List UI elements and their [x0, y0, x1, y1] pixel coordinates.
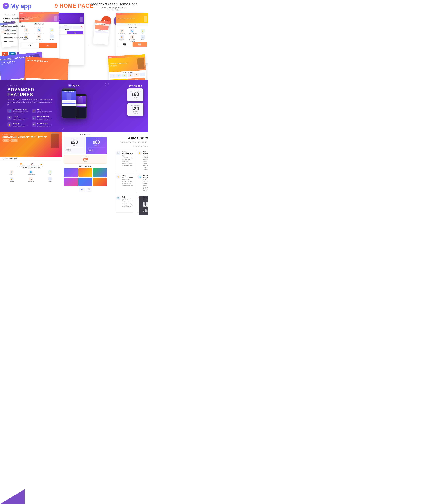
playstore-btn[interactable]: Google Play [10, 140, 18, 142]
unlimited-plan-period: /MONTH [130, 111, 141, 112]
security-desc: Aenean sollicitudin, lorem quis bibendum… [13, 124, 30, 127]
screenshot-1 [64, 168, 78, 177]
docs-title: Extensive documentation [122, 151, 133, 155]
feature-easy-customization: ✏️ Easy customization Without any coding… [115, 173, 134, 193]
support-icon: ⭐ [137, 151, 142, 155]
typography-desc: Google fonts make it easy to bring quali… [122, 200, 133, 208]
customization-desc: Without any coding Knowledge you can cre… [122, 179, 133, 186]
integration-icon: 🔗 [32, 116, 36, 120]
appstore-btn[interactable]: App Store [2, 140, 10, 142]
features-list: 9 Home pages Mobile app Landing page Boo… [3, 12, 28, 43]
price-card-annual: UNLIMITED PLAN $60 /MONTH Almost Free [127, 89, 143, 101]
feat-security: 🔒 SECURITY [2, 176, 21, 182]
deco-circle-1 [82, 6, 84, 9]
feat-fast: ⚡ FAST [41, 170, 59, 176]
amazing-features-subtitle: The powerful customization options & fea… [115, 141, 148, 143]
cloud-icon: ☁️ [7, 116, 12, 120]
preview-page-landscape-right: SHOWCASE YOUR APP WITH APP 1,226DLs 4,70… [108, 54, 147, 80]
feature-item-7: Free textures used (Included) [3, 36, 28, 40]
adv-features-grid: 🔗 INTEGRATION 🌐 COMMUNICATIONS ⚡ FAST 🔒 … [2, 170, 59, 182]
communications-icon: 🌐 [7, 109, 12, 113]
typography-title: Rich typography [122, 196, 133, 200]
landing-hero: WELCOME TO THE MYAPP SHOWCASE YOUR APP W… [0, 132, 62, 157]
phone-mockup-main: SHOWCASE YOUR APP [62, 89, 76, 118]
purple-features-grid: 🌐 COMMUNICATIONS Aenean sollicitudin, lo… [7, 109, 54, 127]
docs-icon: 📄 [116, 151, 121, 155]
screenshot-2 [78, 168, 92, 177]
feature-security: 🔒 SECURITY Aenean sollicitudin, lorem qu… [7, 122, 30, 127]
feature-communications: 🌐 COMMUNICATIONS Aenean sollicitudin, lo… [7, 109, 30, 113]
exchange-plan: EXCCHANGE PLAN $20 /MONTH [64, 155, 107, 163]
browser-desc: LeadEngine will be have identically on g… [143, 179, 148, 192]
typography-icon: 🔤 [116, 196, 121, 200]
purple-section-desc: Lorem dolor sit amet, conse ctetut dipis… [7, 98, 54, 106]
feature-5star-support: ⭐ 5 star support Your support staff will… [136, 150, 148, 171]
customization-title: Easy customization [122, 174, 133, 178]
integration-title: INTERGRATION [37, 116, 54, 117]
docs-desc: The documentation file covers all the in… [122, 155, 133, 166]
landing-phone-mockup [51, 133, 59, 148]
fast-icon: ⚡ [32, 109, 36, 113]
preview-page-tilted-2: SHOWCASE YOUR APP ADVANCED FEATURES [93, 20, 110, 45]
feature-item-8: Pixel Perfect [3, 40, 28, 44]
feature-connection: 🔌 CONNECTION Aenean sollicitudin, lorem … [32, 122, 54, 127]
bottom-section: WELCOME TO THE MYAPP SHOWCASE YOUR APP W… [0, 132, 148, 215]
security-title: SECURITY [13, 122, 30, 124]
screenshots-prices-section: OUR PRICES ANNUAL PLAN $20 /MONTH Almost… [62, 132, 109, 215]
feature-item-2: Mobile app Landing page [3, 16, 28, 20]
landing-features: 🎨 CREATIVE DESIGN 🚀 FASTER PERFORMANCE 🔒… [0, 161, 62, 184]
center-phone-area: m My app SHOWCASE YOUR APP [62, 84, 87, 119]
bottom-preview-section: WELCOME TO THE MYAPP SHOWCASE YOUR APP W… [0, 132, 62, 197]
cross-icon: × [81, 25, 83, 29]
screenshots-section: SCREENSHOTS 900 Something 05 Another [62, 165, 109, 194]
feature-item-3: Bootstrap layout ready [3, 20, 28, 24]
screenshot-6 [93, 178, 107, 186]
app-title: My app [10, 2, 32, 10]
watermark: ui 老爸 uil8.com [139, 196, 148, 215]
support-title: 5 star support [143, 151, 148, 155]
annual-plan-price: $60 [130, 92, 141, 97]
feat-integration: 🔗 INTEGRATION [2, 170, 21, 176]
watermark-url: uil8.com [143, 209, 148, 213]
screenshot-4 [64, 178, 78, 186]
purple-section-label: features [7, 85, 54, 87]
phone-area-title: My app [73, 84, 80, 87]
fast-title: FAST [37, 109, 54, 110]
feature-browser-compat: 🌐 Browser compatibility LeadEngine will … [136, 173, 148, 193]
our-prices-title: OUR PRICES [127, 85, 143, 87]
feature-integration: 🔗 INTERGRATION Aenean sollicitudin, lore… [32, 116, 54, 120]
price-card-unlimited: ANNUAL PLAN $20 /MONTH Almost Free [127, 103, 143, 116]
prices-section: OUR PRICES ANNUAL PLAN $20 /MONTH Almost… [62, 132, 109, 165]
amazing-features-title: Amazing features [115, 136, 148, 141]
feature-cloud: ☁️ CLOUD Aenean sollicitudin, lorem quis… [7, 116, 30, 120]
screenshot-3 [93, 168, 107, 177]
purple-left-content: features ADVANCED FEATURES Lorem dolor s… [7, 85, 54, 127]
header: m My app 9 HOME PAGE 9 Modern & Clean Ho… [0, 0, 148, 10]
connection-icon: 🔌 [32, 122, 36, 127]
feat-connection: 🔌 CONNECTION [22, 176, 40, 182]
browser-title: Browser compatibility [143, 174, 148, 178]
price-card-2: UNLIMITED PLAN $60 /MONTH Almost Free ✓ … [86, 137, 107, 154]
annual-plan-period: /MONTH [130, 97, 141, 98]
screenshots-label: SCREENSHOTS [64, 165, 107, 167]
screenshots-grid [64, 168, 107, 186]
preview-page-landscape-center: MYAPP SHOWCASE YOUR APP ADVANCED FEATURE… [24, 57, 69, 80]
price-cards-area: OUR PRICES UNLIMITED PLAN $60 /MONTH Alm… [127, 85, 143, 116]
right-heading: 9 Modern & Clean Home Page. 9 Hand craft… [88, 2, 138, 11]
annual-plan-sublabel: Almost Free [130, 98, 141, 99]
integration-desc: Aenean sollicitudin, lorem quis bibendum… [37, 117, 54, 120]
feature-item-5: Free fonts used [3, 28, 28, 32]
feat-communications: 🌐 COMMUNICATIONS [22, 170, 40, 176]
price-card-1: ANNUAL PLAN $20 /MONTH Almost Free ✓ Fea… [64, 137, 85, 154]
center-heading: 9 HOME PAGE [55, 3, 93, 9]
purple-advanced-section: features ADVANCED FEATURES Lorem dolor s… [0, 80, 148, 132]
amazing-features-section: Amazing features The powerful customizat… [109, 132, 148, 215]
unlimited-plan-sublabel: Almost Free [130, 113, 141, 114]
purple-section-title: ADVANCED FEATURES [7, 87, 54, 97]
communications-desc: Aenean sollicitudin, lorem quis bibendum… [13, 110, 30, 113]
feature-rich-typography: 🔤 Rich typography Google fonts make it e… [115, 195, 134, 213]
screenshot-5 [78, 178, 92, 186]
cloud-desc: Aenean sollicitudin, lorem quis bibendum… [13, 117, 30, 120]
adv-features-heading: ADVANCED FEATURES [2, 167, 59, 169]
feat-cloud: ☁️ CLOUD [41, 176, 59, 182]
